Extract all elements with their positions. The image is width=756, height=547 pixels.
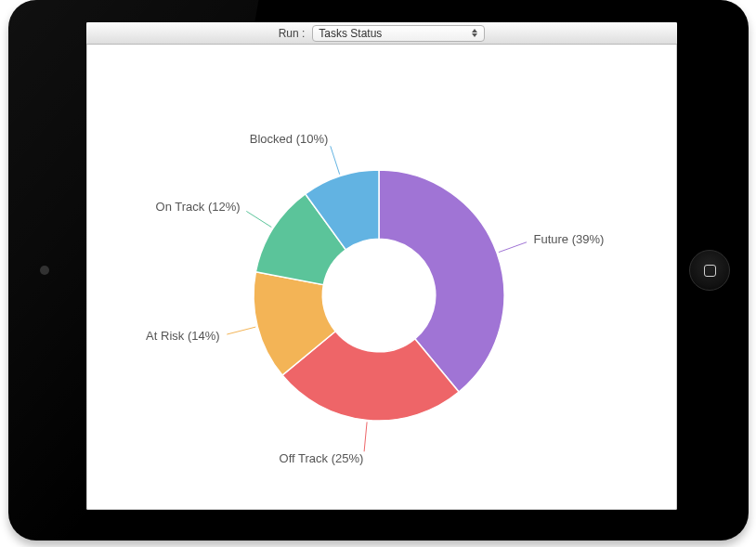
tablet-frame: Run : Tasks Status Future (39%)Off Track… xyxy=(8,0,749,540)
home-button[interactable] xyxy=(689,250,730,291)
chevron-up-down-icon xyxy=(469,27,480,40)
leader-line xyxy=(364,422,367,451)
slice-label-at-risk: At Risk (14%) xyxy=(146,329,219,343)
slice-label-on-track: On Track (12%) xyxy=(156,200,241,214)
run-select[interactable]: Tasks Status xyxy=(312,25,485,42)
slice-label-off-track: Off Track (25%) xyxy=(280,451,364,465)
slice-label-blocked: Blocked (10%) xyxy=(250,132,329,146)
device-stage: Run : Tasks Status Future (39%)Off Track… xyxy=(0,0,756,547)
slice-label-future: Future (39%) xyxy=(534,232,605,246)
run-select-value: Tasks Status xyxy=(319,27,382,40)
leader-line xyxy=(331,146,340,174)
leader-line xyxy=(246,211,271,227)
donut-chart xyxy=(86,45,677,510)
run-label: Run : xyxy=(279,27,306,40)
app-screen: Run : Tasks Status Future (39%)Off Track… xyxy=(86,22,677,510)
front-camera xyxy=(40,266,49,275)
chart-area: Future (39%)Off Track (25%)At Risk (14%)… xyxy=(86,45,677,510)
toolbar: Run : Tasks Status xyxy=(86,22,677,45)
leader-line xyxy=(227,327,255,334)
home-icon xyxy=(704,265,716,277)
leader-line xyxy=(499,242,527,253)
